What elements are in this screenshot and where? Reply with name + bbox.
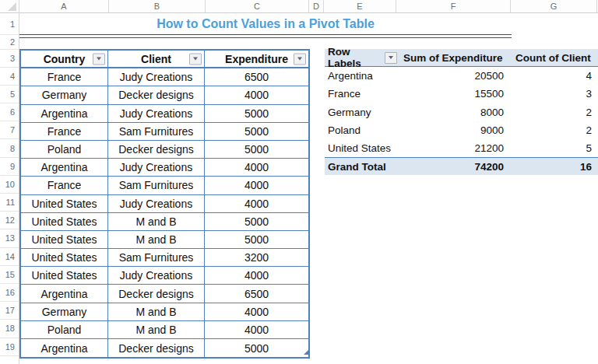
pivot-cell[interactable]: 3 [512, 88, 598, 100]
table-resize-handle[interactable] [304, 350, 308, 355]
pivot-header-count-of-client[interactable]: Count of Client [512, 52, 598, 64]
row-header-17[interactable]: 17 [0, 302, 19, 320]
cell[interactable]: Germany [21, 86, 108, 104]
column-header-E[interactable]: E [324, 0, 396, 12]
cell[interactable]: 6500 [205, 285, 308, 303]
pivot-cell[interactable]: 2 [512, 124, 598, 136]
row-header-9[interactable]: 9 [0, 158, 19, 176]
cell[interactable]: Judy Creations [108, 195, 205, 213]
cell[interactable]: Poland [21, 141, 108, 159]
cell[interactable]: Germany [21, 303, 108, 321]
cell[interactable]: 4000 [205, 195, 308, 213]
filter-button-expenditure[interactable] [294, 53, 306, 65]
row-header-15[interactable]: 15 [0, 266, 19, 284]
cell[interactable]: 4000 [205, 321, 308, 339]
pivot-cell[interactable]: 4 [512, 70, 598, 82]
pivot-cell[interactable]: 21200 [397, 142, 512, 154]
column-header-A[interactable]: A [19, 0, 109, 12]
pivot-cell[interactable]: Argentina [325, 70, 397, 82]
row-header-11[interactable]: 11 [0, 194, 19, 212]
pivot-cell[interactable]: 15500 [397, 88, 512, 100]
cell[interactable]: Judy Creations [108, 159, 205, 177]
cell[interactable]: 4000 [205, 159, 308, 177]
cell[interactable]: France [21, 68, 108, 86]
pivot-cell[interactable]: Germany [325, 107, 397, 118]
cell[interactable]: 5000 [205, 123, 308, 141]
cell[interactable]: Argentina [21, 285, 108, 303]
pivot-header-sum-of-expenditure[interactable]: Sum of Expenditure [397, 52, 512, 64]
cell[interactable]: 4000 [205, 267, 308, 285]
pivot-cell[interactable]: 9000 [397, 124, 512, 136]
row-header-8[interactable]: 8 [0, 139, 19, 157]
row-header-13[interactable]: 13 [0, 229, 19, 247]
cell[interactable]: 3200 [205, 249, 308, 267]
cell[interactable]: 4000 [205, 303, 308, 321]
row-header-4[interactable]: 4 [0, 68, 19, 86]
cell[interactable]: 5000 [205, 141, 308, 159]
column-header-B[interactable]: B [109, 0, 206, 12]
cell[interactable]: Judy Creations [108, 267, 205, 285]
cell[interactable]: Argentina [21, 339, 108, 357]
pivot-cell[interactable]: United States [325, 142, 397, 154]
cell[interactable]: 5000 [205, 339, 308, 357]
cell[interactable]: Sam Furnitures [108, 123, 205, 141]
cell[interactable]: Judy Creations [108, 105, 205, 123]
row-header-7[interactable]: 7 [0, 121, 19, 139]
cell[interactable]: United States [21, 267, 108, 285]
cell[interactable]: United States [21, 195, 108, 213]
cell[interactable]: 4000 [205, 177, 308, 194]
row-header-5[interactable]: 5 [0, 86, 19, 103]
cell[interactable]: Decker designs [108, 285, 205, 303]
row-header-1[interactable]: 1 [0, 13, 19, 35]
cell[interactable]: Judy Creations [108, 68, 205, 86]
pivot-cell[interactable]: 2 [512, 107, 598, 118]
grand-total-cell[interactable]: 74200 [397, 161, 512, 173]
cell[interactable]: United States [21, 249, 108, 267]
cell[interactable]: Decker designs [108, 86, 205, 104]
column-header-G[interactable]: G [511, 0, 597, 12]
grand-total-cell[interactable]: 16 [512, 161, 598, 173]
source-header-client[interactable]: Client [108, 51, 205, 68]
cell[interactable]: M and B [108, 213, 205, 231]
cell[interactable]: United States [21, 213, 108, 231]
row-header-19[interactable]: 19 [0, 338, 19, 356]
filter-button-country[interactable] [93, 53, 105, 65]
column-header-F[interactable]: F [396, 0, 511, 12]
pivot-cell[interactable]: 5 [512, 142, 598, 154]
cell[interactable]: M and B [108, 303, 205, 321]
grand-total-cell[interactable]: Grand Total [325, 161, 397, 173]
cell[interactable]: Sam Furnitures [108, 177, 205, 194]
row-header-6[interactable]: 6 [0, 103, 19, 121]
cell[interactable]: Decker designs [108, 339, 205, 357]
pivot-cell[interactable]: France [325, 88, 397, 100]
pivot-cell[interactable]: Poland [325, 124, 397, 136]
cell[interactable]: 4000 [205, 86, 308, 104]
cell[interactable]: Argentina [21, 159, 108, 177]
cell[interactable]: France [21, 123, 108, 141]
page-title[interactable]: How to Count Values in a Pivot Table [19, 13, 512, 34]
column-header-D[interactable]: D [309, 0, 324, 12]
cell[interactable]: 5000 [205, 213, 308, 231]
cell[interactable]: Decker designs [108, 141, 205, 159]
cell[interactable]: Poland [21, 321, 108, 339]
row-labels-dropdown-button[interactable] [385, 52, 397, 64]
cell[interactable]: 5000 [205, 105, 308, 123]
pivot-cell[interactable]: 20500 [397, 70, 512, 82]
row-header-14[interactable]: 14 [0, 248, 19, 266]
pivot-cell[interactable]: 8000 [397, 107, 512, 118]
row-header-16[interactable]: 16 [0, 284, 19, 302]
row-header-10[interactable]: 10 [0, 176, 19, 194]
filter-button-client[interactable] [189, 53, 202, 65]
cell[interactable]: 5000 [205, 231, 308, 249]
pivot-header-row-labels[interactable]: Row Labels [325, 46, 397, 69]
cell[interactable]: Argentina [21, 105, 108, 123]
row-header-3[interactable]: 3 [0, 50, 19, 68]
source-header-country[interactable]: Country [21, 51, 108, 68]
row-header-18[interactable]: 18 [0, 320, 19, 338]
cell[interactable]: Sam Furnitures [108, 249, 205, 267]
column-header-C[interactable]: C [206, 0, 309, 12]
select-all-button[interactable] [0, 0, 19, 12]
row-header-2[interactable]: 2 [0, 35, 19, 50]
row-header-12[interactable]: 12 [0, 212, 19, 229]
cell[interactable]: France [21, 177, 108, 194]
